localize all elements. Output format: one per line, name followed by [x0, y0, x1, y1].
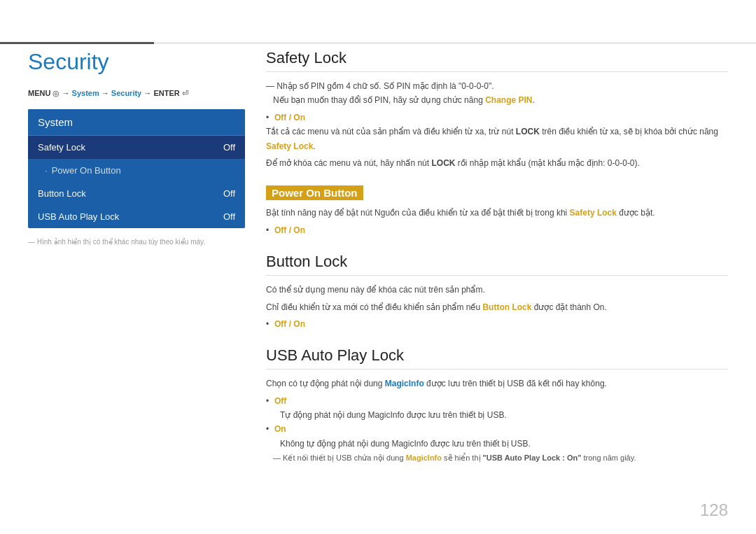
system-menu: System Safety Lock Off ·Power On Button …: [28, 109, 245, 228]
safety-lock-desc2: Để mở khóa các menu và nút, hãy nhấn nút…: [266, 156, 728, 170]
usb-on-subtext: Không tự động phát nội dung MagicInfo đư…: [266, 437, 728, 451]
footnote: Hình ảnh hiển thị có thể khác nhau tùy t…: [28, 238, 245, 246]
button-lock-desc1: Có thể sử dụng menu này để khóa các nút …: [266, 283, 728, 297]
power-on-button-desc: Bật tính năng này để bật nút Nguồn của đ…: [266, 206, 728, 220]
menu-item-button-lock[interactable]: Button Lock Off: [28, 182, 245, 205]
safety-lock-pin-info: — Nhập số PIN gồm 4 chữ số. Số PIN mặc đ…: [266, 79, 728, 108]
usb-on-bullet: On: [266, 422, 728, 436]
usb-off-subtext: Tự động phát nội dung MagicInfo được lưu…: [266, 408, 728, 422]
menu-item-value: Off: [223, 188, 235, 199]
section-usb-auto-play-lock: USB Auto Play Lock Chọn có tự động phát …: [266, 346, 728, 463]
safety-lock-desc1: Tắt cả các menu và nút của sản phẩm và đ…: [266, 125, 728, 153]
menu-item-power-on-button[interactable]: ·Power On Button: [28, 159, 245, 182]
menu-item-label: ·Power On Button: [45, 165, 121, 176]
power-on-button-title: Power On Button: [266, 185, 363, 200]
usb-auto-play-lock-desc: Chọn có tự động phát nội dung MagicInfo …: [266, 377, 728, 391]
menu-item-value: Off: [223, 211, 235, 222]
menu-path: MENU ◎ → System → Security → ENTER ⏎: [28, 89, 245, 98]
section-button-lock: Button Lock Có thể sử dụng menu này để k…: [266, 253, 728, 331]
safety-lock-off-on: Off / On: [266, 111, 728, 125]
button-lock-desc2: Chỉ điều khiển từ xa mới có thể điều khi…: [266, 300, 728, 314]
right-panel: Safety Lock — Nhập số PIN gồm 4 chữ số. …: [266, 49, 728, 478]
left-panel: Security MENU ◎ → System → Security → EN…: [28, 49, 245, 246]
menu-item-value: Off: [223, 142, 235, 153]
menu-item-label: Button Lock: [38, 188, 86, 199]
usb-note: Kết nối thiết bị USB chứa nội dung Magic…: [266, 454, 728, 463]
menu-item-usb-auto-play-lock[interactable]: USB Auto Play Lock Off: [28, 205, 245, 228]
button-lock-off-on: Off / On: [266, 317, 728, 331]
menu-item-safety-lock[interactable]: Safety Lock Off: [28, 136, 245, 159]
power-on-button-off-on: Off / On: [266, 223, 728, 237]
system-menu-header: System: [28, 109, 245, 135]
usb-off-bullet: Off: [266, 394, 728, 408]
button-lock-title: Button Lock: [266, 253, 728, 276]
top-lines: [0, 42, 756, 44]
usb-auto-play-lock-title: USB Auto Play Lock: [266, 346, 728, 370]
menu-item-label: Safety Lock: [38, 142, 85, 153]
section-safety-lock: Safety Lock — Nhập số PIN gồm 4 chữ số. …: [266, 49, 728, 170]
safety-lock-title: Safety Lock: [266, 49, 728, 72]
top-line-dark: [0, 42, 154, 44]
section-title: Security: [28, 49, 245, 75]
page-number: 128: [700, 500, 728, 520]
top-line-light: [154, 43, 756, 43]
section-power-on-button: Power On Button Bật tính năng này để bật…: [266, 185, 728, 237]
menu-item-label: USB Auto Play Lock: [38, 211, 119, 222]
